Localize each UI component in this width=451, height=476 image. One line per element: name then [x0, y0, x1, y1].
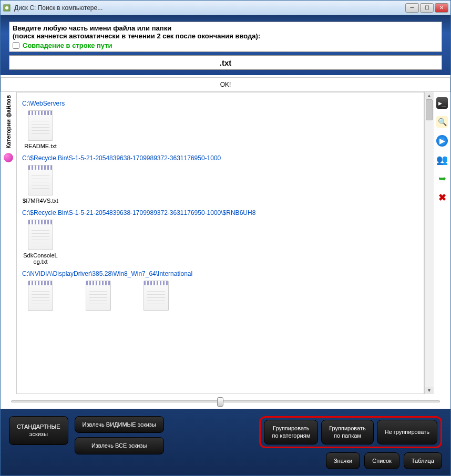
view-mode-row: Значки Список Таблица — [326, 452, 442, 469]
users-icon[interactable]: 👥 — [436, 154, 448, 165]
magnifier-icon[interactable]: 🔍 — [436, 116, 448, 128]
app-icon — [3, 4, 11, 12]
minimize-button[interactable]: ─ — [405, 3, 419, 13]
file-icon — [28, 165, 53, 195]
view-list-button[interactable]: Список — [364, 452, 399, 469]
right-toolbar: ▸_ 🔍 ▶ 👥 ➥ ✖ — [434, 92, 450, 394]
close-button[interactable]: ✕ — [435, 3, 448, 13]
extract-visible-button[interactable]: Извлечь ВИДИМЫЕ эскизы — [75, 416, 164, 433]
label: Группировать — [329, 425, 366, 432]
file-name: README.txt — [24, 143, 57, 149]
zoom-slider[interactable] — [11, 400, 440, 402]
no-group-button[interactable]: Не группировать — [377, 420, 437, 444]
footer: СТАНДАРТНЫЕ эскизы Извлечь ВИДИМЫЕ эскиз… — [1, 409, 450, 475]
file-icon — [28, 110, 53, 141]
instruction-line-2: (поиск начнется автоматически в течении … — [13, 32, 438, 40]
file-row: SdkConsoleLog.txt — [22, 220, 418, 265]
instruction-line-1: Введите любую часть имени файла или папк… — [13, 24, 438, 32]
file-icon — [28, 281, 53, 311]
group-by-folder-button[interactable]: Группировать по папкам — [321, 420, 374, 444]
file-name: $I7MR4VS.txt — [23, 198, 58, 204]
status-text: OK! — [220, 81, 231, 88]
header-band: Введите любую часть имени файла или папк… — [1, 15, 450, 75]
match-path-label[interactable]: Совпадение в строке пути — [23, 42, 112, 49]
group-header[interactable]: C:\NVIDIA\DisplayDriver\385.28\Win8_Win7… — [22, 270, 418, 277]
footer-right: Группировать по категориям Группировать … — [259, 416, 442, 469]
app-window: Диск C: Поиск в компьютере... ─ ☐ ✕ Введ… — [0, 0, 451, 476]
instruction-box: Введите любую часть имени файла или папк… — [9, 22, 442, 52]
view-icons-button[interactable]: Значки — [326, 452, 360, 469]
delete-icon[interactable]: ✖ — [436, 192, 448, 203]
scroll-down-icon[interactable]: ▼ — [425, 387, 434, 394]
file-name: SdkConsoleLog.txt — [22, 252, 59, 265]
file-row: README.txt — [22, 110, 418, 149]
standard-sketches-button[interactable]: СТАНДАРТНЫЕ эскизы — [9, 416, 68, 445]
zoom-slider-bar — [1, 394, 450, 409]
label: эскизы — [17, 430, 60, 438]
label: Группировать — [272, 425, 310, 432]
left-rail: Категории файлов — [1, 92, 16, 394]
terminal-icon[interactable]: ▸_ — [436, 97, 448, 109]
status-bar: OK! — [1, 77, 450, 92]
categories-tab[interactable]: Категории файлов — [5, 95, 12, 149]
extract-buttons: Извлечь ВИДИМЫЕ эскизы Извлечь ВСЕ эскиз… — [75, 416, 164, 454]
file-icon — [86, 281, 111, 311]
file-item[interactable] — [138, 281, 175, 313]
group-header[interactable]: C:\WebServers — [22, 100, 418, 107]
file-item[interactable]: $I7MR4VS.txt — [22, 165, 59, 204]
grouping-box: Группировать по категориям Группировать … — [259, 416, 442, 448]
group-header[interactable]: C:\$Recycle.Bin\S-1-5-21-2054839638-1709… — [22, 209, 418, 216]
titlebar: Диск C: Поиск в компьютере... ─ ☐ ✕ — [1, 1, 450, 15]
file-item[interactable] — [22, 281, 59, 313]
rail-indicator-icon[interactable] — [4, 153, 13, 162]
match-path-row: Совпадение в строке пути — [13, 42, 438, 49]
extract-all-button[interactable]: Извлечь ВСЕ эскизы — [75, 437, 164, 454]
search-input[interactable] — [9, 55, 442, 70]
label: по категориям — [272, 432, 310, 439]
play-icon[interactable]: ▶ — [436, 135, 448, 147]
forward-arrow-icon[interactable]: ➥ — [436, 173, 448, 184]
file-row: $I7MR4VS.txt — [22, 165, 418, 204]
svg-point-1 — [5, 6, 8, 9]
scroll-thumb[interactable] — [426, 99, 433, 120]
window-controls: ─ ☐ ✕ — [405, 3, 448, 13]
label: СТАНДАРТНЫЕ — [17, 423, 60, 430]
file-item[interactable]: SdkConsoleLog.txt — [22, 220, 59, 265]
file-row — [22, 281, 418, 313]
match-path-checkbox[interactable] — [13, 42, 19, 49]
file-icon — [28, 220, 53, 250]
file-item[interactable] — [80, 281, 117, 313]
view-table-button[interactable]: Таблица — [404, 452, 442, 469]
main-area: Категории файлов C:\WebServers README.tx… — [1, 92, 450, 394]
group-by-category-button[interactable]: Группировать по категориям — [264, 420, 318, 444]
scroll-up-icon[interactable]: ▲ — [425, 92, 434, 99]
results-scrollbar[interactable]: ▲ ▼ — [424, 92, 434, 394]
file-item[interactable]: README.txt — [22, 110, 59, 149]
file-icon — [144, 281, 169, 311]
group-header[interactable]: C:\$Recycle.Bin\S-1-5-21-2054839638-1709… — [22, 154, 418, 162]
results-pane[interactable]: C:\WebServers README.txt C:\$Recycle.Bin… — [16, 92, 424, 394]
window-title: Диск C: Поиск в компьютере... — [14, 4, 405, 12]
label: по папкам — [329, 432, 366, 439]
zoom-slider-thumb[interactable] — [217, 397, 223, 407]
maximize-button[interactable]: ☐ — [420, 3, 434, 13]
